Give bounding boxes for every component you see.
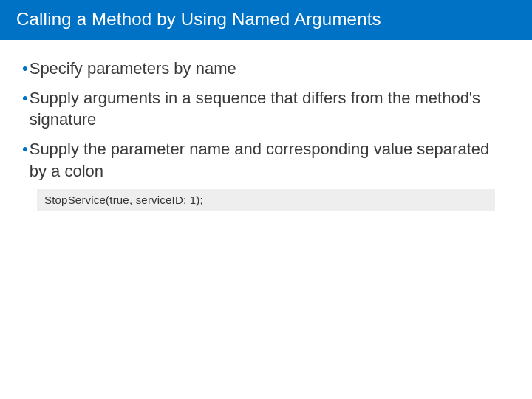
bullet-icon: • bbox=[22, 87, 28, 109]
code-text: StopService(true, serviceID: 1); bbox=[44, 194, 203, 206]
bullet-icon: • bbox=[22, 58, 28, 80]
slide-title: Calling a Method by Using Named Argument… bbox=[16, 9, 381, 29]
code-example: StopService(true, serviceID: 1); bbox=[37, 189, 495, 211]
bullet-text: Supply arguments in a sequence that diff… bbox=[30, 87, 510, 131]
bullet-text: Supply the parameter name and correspond… bbox=[30, 138, 510, 182]
bullet-item: • Specify parameters by name bbox=[22, 58, 510, 80]
slide-title-bar: Calling a Method by Using Named Argument… bbox=[0, 0, 532, 40]
bullet-text: Specify parameters by name bbox=[30, 58, 510, 80]
bullet-item: • Supply the parameter name and correspo… bbox=[22, 138, 510, 182]
bullet-item: • Supply arguments in a sequence that di… bbox=[22, 87, 510, 131]
slide-content: • Specify parameters by name • Supply ar… bbox=[0, 40, 532, 211]
bullet-icon: • bbox=[22, 138, 28, 160]
